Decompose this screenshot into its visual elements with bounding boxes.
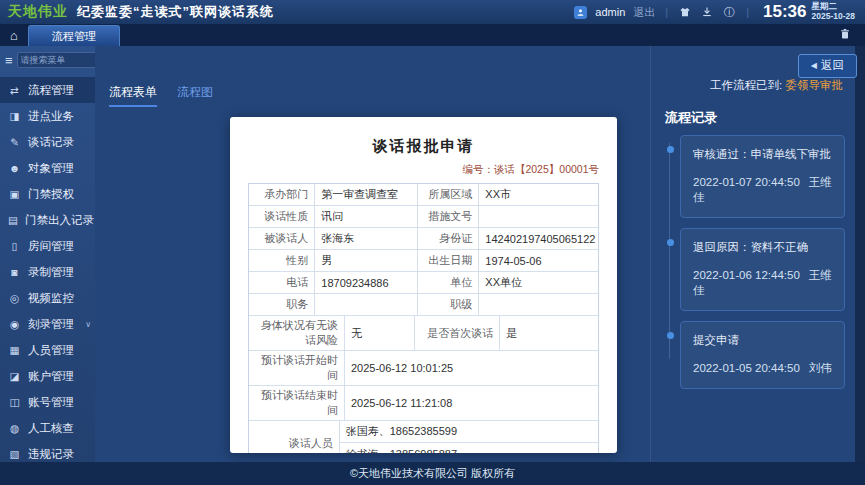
download-icon[interactable] [700, 5, 714, 19]
field-dept-label: 承办部门 [249, 184, 315, 205]
info-icon[interactable]: ⓘ [722, 5, 736, 19]
home-icon[interactable]: ⌂ [0, 24, 28, 46]
account-id-icon: ◫ [8, 397, 21, 408]
sidebar-item-access-logs[interactable]: ▤ 门禁出入记录 [0, 207, 95, 233]
form-table: 承办部门 第一审查调查室 所属区域 XX市 谈话性质 讯问 措施文号 [248, 183, 599, 453]
field-region-label: 所属区域 [418, 184, 479, 205]
footer: ©天地伟业技术有限公司 版权所有 [0, 462, 865, 485]
field-phone-value: 18709234886 [315, 272, 418, 293]
field-birth-label: 出生日期 [418, 250, 479, 271]
workflow-status: 工作流程已到: 委领导审批 [665, 78, 845, 93]
sidebar-item-room-management[interactable]: ▯ 房间管理 [0, 233, 95, 259]
sidebar-item-process-management[interactable]: ⇄ 流程管理 [0, 77, 95, 103]
form-number: 编号：谈话【2025】00001号 [248, 163, 599, 177]
top-header: 天地伟业 纪委监委“走读式”联网谈话系统 admin 退出 | ⓘ | 15:3… [0, 0, 865, 24]
sidebar-item-account-number-management[interactable]: ◫ 账号管理 [0, 389, 95, 415]
copyright: ©天地伟业技术有限公司 版权所有 [350, 466, 515, 481]
record-user: 刘伟 [809, 362, 832, 374]
sidebar-item-entry-business[interactable]: ◨ 进点业务 [0, 103, 95, 129]
sidebar: ≡ ⇄ 流程管理 ◨ 进点业务 ✎ 谈话记录 [0, 46, 95, 484]
clock: 15:36 星期二 2025-10-28 [763, 2, 855, 22]
field-person-label: 被谈话人 [249, 228, 315, 249]
date: 2025-10-28 [812, 12, 855, 22]
talk-record-icon: ✎ [8, 137, 21, 148]
field-nature-value: 讯问 [315, 206, 418, 227]
manual-check-icon: ◍ [8, 423, 21, 434]
tab-bar: ⌂ 流程管理 [0, 24, 865, 46]
tab-process-management[interactable]: 流程管理 [28, 25, 120, 46]
sidebar-menu: ⇄ 流程管理 ◨ 进点业务 ✎ 谈话记录 ☻ 对象管理 ▣ 门禁授权 [0, 73, 95, 467]
disc-icon: ◉ [8, 319, 21, 330]
field-region-value: XX市 [479, 184, 598, 205]
time: 15:36 [763, 2, 806, 22]
back-button[interactable]: ◀ 返回 [798, 54, 857, 78]
field-end-time-label: 预计谈话结束时间 [249, 386, 345, 420]
timeline-item: 退回原因：资料不正确 2022-01-06 12:44:50王维佳 [680, 228, 845, 311]
back-arrow-icon: ◀ [811, 61, 817, 70]
field-first-talk-value: 是 [500, 316, 598, 350]
tab-process-form[interactable]: 流程表单 [109, 84, 157, 107]
person-icon: ☻ [8, 163, 21, 174]
field-birth-value: 1974-05-06 [479, 250, 598, 271]
webcam-icon: ◎ [8, 293, 21, 304]
field-id-label: 身份证 [418, 228, 479, 249]
field-health-value: 无 [345, 316, 415, 350]
form-title: 谈话报批申请 [248, 137, 599, 156]
sidebar-item-access-authorization[interactable]: ▣ 门禁授权 [0, 181, 95, 207]
view-tabs: 流程表单 流程图 [95, 84, 650, 107]
main-panel: ◀ 返回 流程表单 流程图 谈话报批申请 编号：谈话【2025】00001号 承… [95, 46, 865, 477]
sidebar-item-subject-management[interactable]: ☻ 对象管理 [0, 155, 95, 181]
field-start-time-value: 2025-06-12 10:01:25 [345, 351, 598, 385]
sidebar-item-recording-management[interactable]: ◙ 录制管理 [0, 259, 95, 285]
field-position-label: 职务 [249, 294, 315, 315]
divider: | [746, 6, 749, 18]
field-doc-value [479, 206, 598, 227]
field-dept-value: 第一审查调查室 [315, 184, 418, 205]
account-icon: ◪ [8, 371, 21, 382]
divider: | [665, 6, 668, 18]
timeline-item: 审核通过：申请单线下审批 2022-01-07 20:44:50王维佳 [680, 135, 845, 218]
brand-logo: 天地伟业 [8, 3, 68, 21]
sidebar-item-burn-management[interactable]: ◉ 刻录管理 ∨ [0, 311, 95, 337]
field-interviewers-label: 谈话人员 [249, 421, 340, 453]
tab-process-diagram[interactable]: 流程图 [177, 84, 213, 107]
scrollbar-track[interactable] [855, 46, 865, 477]
record-time: 2022-01-06 12:44:50 [693, 269, 800, 281]
collapse-menu-icon[interactable]: ≡ [5, 54, 13, 67]
sidebar-item-talk-records[interactable]: ✎ 谈话记录 [0, 129, 95, 155]
violation-icon: ▧ [8, 449, 21, 460]
theme-skin-icon[interactable] [678, 5, 692, 19]
process-records-title: 流程记录 [665, 109, 845, 127]
field-unit-label: 单位 [418, 272, 479, 293]
approval-form-card: 谈话报批申请 编号：谈话【2025】00001号 承办部门 第一审查调查室 所属… [230, 117, 617, 453]
sidebar-item-account-management[interactable]: ◪ 账户管理 [0, 363, 95, 389]
sidebar-item-personnel-management[interactable]: ▦ 人员管理 [0, 337, 95, 363]
user-avatar-icon[interactable] [574, 6, 587, 19]
field-id-value: 142402197405065122 [479, 228, 598, 249]
process-timeline: 审核通过：申请单线下审批 2022-01-07 20:44:50王维佳 退回原因… [665, 135, 845, 389]
sidebar-item-manual-check[interactable]: ◍ 人工核查 [0, 415, 95, 441]
access-auth-icon: ▣ [8, 189, 21, 200]
field-start-time-label: 预计谈话开始时间 [249, 351, 345, 385]
trash-icon[interactable] [839, 28, 851, 40]
field-nature-label: 谈话性质 [249, 206, 315, 227]
field-gender-label: 性别 [249, 250, 315, 271]
sidebar-item-video-surveillance[interactable]: ◎ 视频监控 [0, 285, 95, 311]
record-time: 2022-01-05 20:44:50 [693, 362, 800, 374]
process-record-panel: 工作流程已到: 委领导审批 流程记录 审核通过：申请单线下审批 2022-01-… [650, 46, 855, 477]
field-end-time-value: 2025-06-12 11:21:08 [345, 386, 598, 420]
logout-button[interactable]: 退出 [633, 5, 655, 20]
workflow-status-value: 委领导审批 [786, 79, 844, 91]
field-position-value [315, 294, 418, 315]
field-interviewer-2: 徐书海、13856985887 [340, 443, 598, 453]
field-first-talk-label: 是否首次谈话 [415, 316, 501, 350]
field-person-value: 张海东 [315, 228, 418, 249]
process-flow-icon: ⇄ [8, 85, 21, 96]
timeline-item: 提交申请 2022-01-05 20:44:50刘伟 [680, 321, 845, 389]
timeline-dot-icon [667, 332, 674, 339]
timeline-dot-icon [667, 146, 674, 153]
username[interactable]: admin [595, 6, 625, 18]
field-unit-value: XX单位 [479, 272, 598, 293]
access-log-icon: ▤ [8, 215, 18, 226]
entry-business-icon: ◨ [8, 111, 21, 122]
